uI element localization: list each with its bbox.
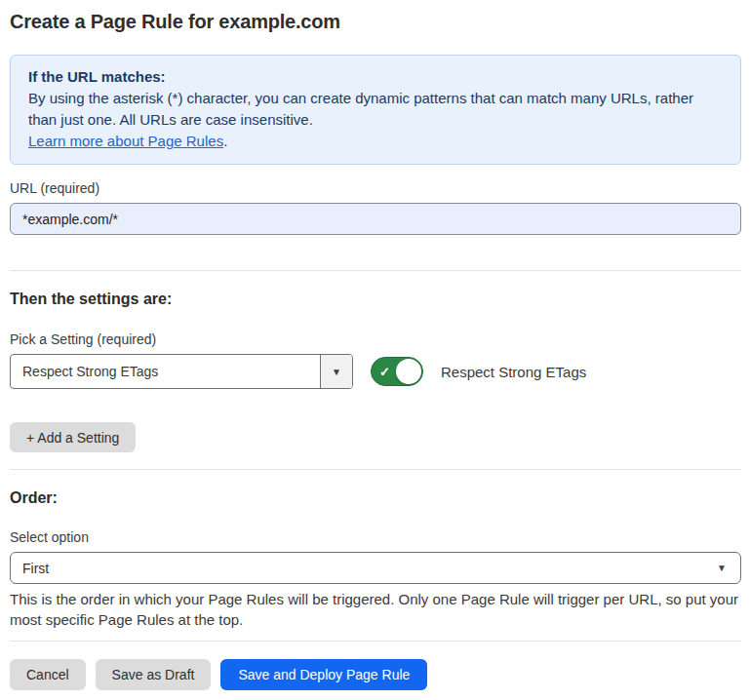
- section-divider: [10, 469, 741, 470]
- order-select[interactable]: First ▼: [10, 552, 741, 584]
- info-box-heading: If the URL matches:: [28, 66, 723, 88]
- page-title: Create a Page Rule for example.com: [10, 11, 741, 33]
- pick-setting-label: Pick a Setting (required): [10, 331, 741, 347]
- setting-row: Respect Strong ETags ▼ ✓ Respect Strong …: [10, 354, 741, 389]
- create-page-rule-form: Create a Page Rule for example.com If th…: [0, 0, 750, 700]
- order-select-label: Select option: [10, 529, 741, 545]
- section-divider: [10, 270, 741, 271]
- check-icon: ✓: [379, 365, 390, 379]
- save-draft-button[interactable]: Save as Draft: [96, 659, 212, 690]
- info-box-link-line: Learn more about Page Rules.: [28, 131, 723, 152]
- setting-toggle[interactable]: ✓: [371, 357, 423, 386]
- add-setting-button[interactable]: + Add a Setting: [10, 422, 136, 452]
- url-input[interactable]: [10, 203, 741, 235]
- chevron-down-icon: ▼: [717, 563, 727, 573]
- footer-actions: Cancel Save as Draft Save and Deploy Pag…: [10, 659, 741, 690]
- setting-toggle-label: Respect Strong ETags: [441, 364, 586, 380]
- save-deploy-button[interactable]: Save and Deploy Page Rule: [220, 659, 427, 690]
- link-suffix: .: [223, 133, 227, 149]
- settings-section-heading: Then the settings are:: [10, 291, 741, 308]
- setting-select-arrow-button[interactable]: ▼: [320, 355, 352, 388]
- info-box-body: By using the asterisk (*) character, you…: [28, 88, 723, 131]
- order-select-value: First: [22, 561, 49, 576]
- chevron-down-icon: ▼: [332, 367, 341, 377]
- setting-select-value: Respect Strong ETags: [11, 355, 320, 388]
- cancel-button[interactable]: Cancel: [10, 659, 86, 690]
- learn-more-link[interactable]: Learn more about Page Rules: [28, 133, 223, 149]
- order-section-heading: Order:: [10, 489, 741, 507]
- url-label: URL (required): [10, 180, 741, 196]
- url-match-info-box: If the URL matches: By using the asteris…: [10, 55, 741, 165]
- order-help-text: This is the order in which your Page Rul…: [10, 589, 741, 630]
- footer-divider: [10, 641, 741, 642]
- toggle-knob: [396, 359, 421, 384]
- setting-select[interactable]: Respect Strong ETags ▼: [10, 354, 353, 389]
